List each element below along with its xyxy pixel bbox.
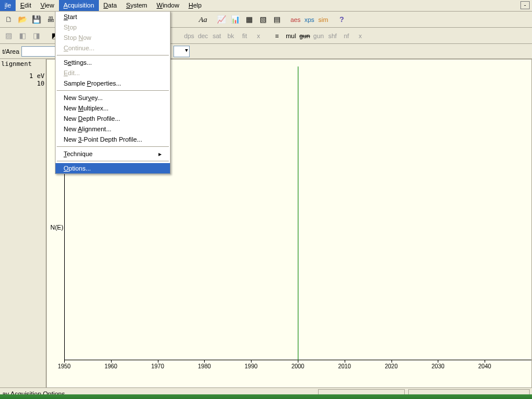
fit-button[interactable]: fit <box>238 29 251 42</box>
bk-button[interactable]: bk <box>224 29 237 42</box>
shf-button[interactable]: shf <box>326 29 339 42</box>
x2-button[interactable]: x <box>354 29 367 42</box>
x-tick: 2030 <box>431 363 445 370</box>
nf-button[interactable]: nf <box>340 29 353 42</box>
menu-item-edit-: Edit... <box>56 68 170 78</box>
menu-help[interactable]: Help <box>184 0 206 11</box>
menu-window[interactable]: Window <box>152 0 184 11</box>
dec-button[interactable]: dec <box>197 29 209 42</box>
chart-type-3[interactable]: ▦ <box>243 13 256 26</box>
menu-system[interactable]: System <box>121 0 152 11</box>
menu-edit[interactable]: Edit <box>16 0 36 11</box>
menu-item-multiplex-[interactable]: New Multiplex... <box>56 103 170 113</box>
menubar: ile Edit View Acquisition Data System Wi… <box>0 0 532 12</box>
tb2-b[interactable]: ◧ <box>16 29 29 42</box>
x-tick: 1980 <box>197 363 211 370</box>
window-buttons: - <box>520 1 530 9</box>
sim-button[interactable]: sim <box>317 13 330 26</box>
style-dropdown[interactable] <box>173 46 190 57</box>
menu-item-options-[interactable]: Options... <box>56 163 170 173</box>
minimize-button[interactable]: - <box>520 1 530 9</box>
left-panel: lignment 1 eV 10 <box>0 59 46 396</box>
x-tick: 2000 <box>291 363 305 370</box>
x-button[interactable]: x <box>252 29 265 42</box>
dps-button[interactable]: dps <box>183 29 195 42</box>
menu-item-3-point-depth-profile-[interactable]: New 3-Point Depth Profile... <box>56 134 170 145</box>
menu-data[interactable]: Data <box>99 0 121 11</box>
menu-item-depth-profile-[interactable]: New Depth Profile... <box>56 113 170 124</box>
menu-item-now: Stop Now <box>56 32 170 43</box>
chart-type-1[interactable]: 📈 <box>215 13 228 26</box>
x-tick: 2040 <box>478 363 492 370</box>
menu-item-properties-[interactable]: Sample Properties... <box>56 78 170 88</box>
menu-item-start[interactable]: Start <box>56 12 170 22</box>
chart-type-5[interactable]: ▤ <box>271 13 283 26</box>
chart-type-2[interactable]: 📊 <box>229 13 242 26</box>
chart-type-4[interactable]: ▧ <box>257 13 269 26</box>
x-tick: 2020 <box>385 363 398 370</box>
panel-line2: 10 <box>1 80 45 87</box>
tb2-c[interactable]: ◨ <box>30 29 43 42</box>
sat-button[interactable]: sat <box>210 29 223 42</box>
x-tick: 1970 <box>151 363 165 370</box>
menu-item-top: Stop <box>56 22 170 32</box>
help-button[interactable]: ? <box>335 13 348 26</box>
area-label: t/Area <box>2 48 19 55</box>
x-tick: 1950 <box>57 363 71 370</box>
grid-button[interactable]: ≡ <box>271 29 283 42</box>
xps-button[interactable]: xps <box>303 13 316 26</box>
panel-line1: 1 eV <box>1 72 45 80</box>
new-button[interactable]: 🗋 <box>2 13 15 26</box>
x-tick: 1960 <box>104 363 118 370</box>
menu-item-technique[interactable]: Technique▸ <box>56 149 170 159</box>
x-tick: 1990 <box>244 363 258 370</box>
aes-button[interactable]: aes <box>289 13 302 26</box>
save-button[interactable]: 💾 <box>30 13 43 26</box>
menu-item-continue-: Continue... <box>56 43 170 53</box>
y-axis-label: N(E) <box>50 224 64 231</box>
menu-view[interactable]: View <box>36 0 59 11</box>
taskbar <box>0 394 532 399</box>
menu-acquisition[interactable]: Acquisition <box>59 0 99 11</box>
gun2-button[interactable]: gun <box>312 29 325 42</box>
menu-item-ettings-[interactable]: Settings... <box>56 57 170 68</box>
cursor-line <box>298 66 298 360</box>
mul-button[interactable]: mul <box>285 29 297 42</box>
menu-item-vey-[interactable]: New Survey... <box>56 93 170 103</box>
acquisition-dropdown: StartStopStop NowContinue...Settings...E… <box>55 11 171 174</box>
tb2-a[interactable]: ▨ <box>2 29 15 42</box>
x-tick: 2010 <box>338 363 352 370</box>
font-button[interactable]: Aa <box>197 13 209 26</box>
open-button[interactable]: 📂 <box>16 13 29 26</box>
gun-button[interactable]: gun <box>298 29 311 42</box>
menu-item-alignment-[interactable]: New Alignment... <box>56 124 170 134</box>
menu-file[interactable]: ile <box>0 0 16 11</box>
panel-title: lignment <box>1 60 45 68</box>
